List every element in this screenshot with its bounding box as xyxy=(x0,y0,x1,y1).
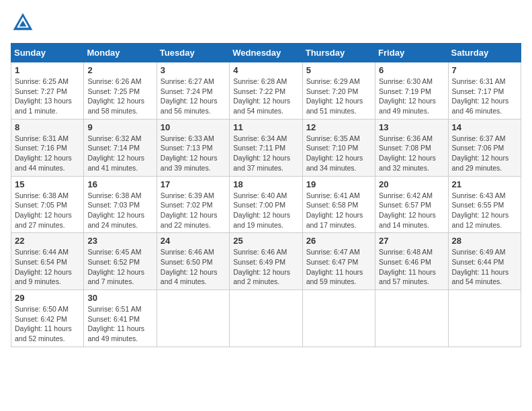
day-number: 21 xyxy=(452,179,517,189)
day-number: 17 xyxy=(161,179,226,189)
calendar-cell: 2 Sunrise: 6:26 AMSunset: 7:25 PMDayligh… xyxy=(84,62,157,120)
day-number: 3 xyxy=(161,65,226,75)
calendar-cell: 5 Sunrise: 6:29 AMSunset: 7:20 PMDayligh… xyxy=(302,62,375,120)
weekday-header-wednesday: Wednesday xyxy=(230,44,302,62)
calendar-cell: 18 Sunrise: 6:40 AMSunset: 7:00 PMDaylig… xyxy=(230,176,302,233)
weekday-header-tuesday: Tuesday xyxy=(157,44,229,62)
day-number: 15 xyxy=(15,179,80,189)
day-info: Sunrise: 6:50 AMSunset: 6:42 PMDaylight:… xyxy=(15,304,80,344)
calendar-cell xyxy=(230,290,302,347)
calendar-cell: 27 Sunrise: 6:48 AMSunset: 6:46 PMDaylig… xyxy=(375,233,448,290)
day-info: Sunrise: 6:28 AMSunset: 7:22 PMDaylight:… xyxy=(233,77,298,116)
day-info: Sunrise: 6:27 AMSunset: 7:24 PMDaylight:… xyxy=(161,77,226,116)
day-number: 2 xyxy=(87,65,152,75)
day-info: Sunrise: 6:46 AMSunset: 6:49 PMDaylight:… xyxy=(233,247,298,287)
day-info: Sunrise: 6:42 AMSunset: 6:57 PMDaylight:… xyxy=(379,191,444,230)
day-info: Sunrise: 6:47 AMSunset: 6:47 PMDaylight:… xyxy=(306,247,371,287)
calendar-cell: 11 Sunrise: 6:34 AMSunset: 7:11 PMDaylig… xyxy=(230,119,302,176)
day-info: Sunrise: 6:49 AMSunset: 6:44 PMDaylight:… xyxy=(452,247,517,287)
day-number: 20 xyxy=(379,179,444,189)
calendar-cell: 24 Sunrise: 6:46 AMSunset: 6:50 PMDaylig… xyxy=(157,233,229,290)
calendar-header-row: SundayMondayTuesdayWednesdayThursdayFrid… xyxy=(11,44,521,62)
calendar-cell: 25 Sunrise: 6:46 AMSunset: 6:49 PMDaylig… xyxy=(230,233,302,290)
calendar-cell: 14 Sunrise: 6:37 AMSunset: 7:06 PMDaylig… xyxy=(448,119,521,176)
day-number: 8 xyxy=(15,122,80,132)
calendar-cell: 8 Sunrise: 6:31 AMSunset: 7:16 PMDayligh… xyxy=(11,119,84,176)
calendar-cell xyxy=(157,290,229,347)
day-number: 11 xyxy=(233,122,298,132)
calendar-cell: 9 Sunrise: 6:32 AMSunset: 7:14 PMDayligh… xyxy=(84,119,157,176)
calendar-week-row: 22 Sunrise: 6:44 AMSunset: 6:54 PMDaylig… xyxy=(11,233,521,290)
calendar-week-row: 29 Sunrise: 6:50 AMSunset: 6:42 PMDaylig… xyxy=(11,290,521,347)
page-header xyxy=(11,11,521,35)
calendar-cell: 3 Sunrise: 6:27 AMSunset: 7:24 PMDayligh… xyxy=(157,62,229,120)
calendar-cell: 10 Sunrise: 6:33 AMSunset: 7:13 PMDaylig… xyxy=(157,119,229,176)
day-number: 12 xyxy=(306,122,371,132)
logo-icon xyxy=(11,11,35,35)
day-number: 4 xyxy=(233,65,298,75)
day-info: Sunrise: 6:51 AMSunset: 6:41 PMDaylight:… xyxy=(87,304,152,344)
day-number: 24 xyxy=(161,236,226,246)
day-info: Sunrise: 6:39 AMSunset: 7:02 PMDaylight:… xyxy=(161,191,226,230)
day-number: 5 xyxy=(306,65,371,75)
day-info: Sunrise: 6:38 AMSunset: 7:05 PMDaylight:… xyxy=(15,191,80,230)
day-number: 26 xyxy=(306,236,371,246)
day-number: 13 xyxy=(379,122,444,132)
calendar-cell: 23 Sunrise: 6:45 AMSunset: 6:52 PMDaylig… xyxy=(84,233,157,290)
day-info: Sunrise: 6:48 AMSunset: 6:46 PMDaylight:… xyxy=(379,247,444,287)
day-info: Sunrise: 6:26 AMSunset: 7:25 PMDaylight:… xyxy=(87,77,152,116)
day-info: Sunrise: 6:29 AMSunset: 7:20 PMDaylight:… xyxy=(306,77,371,116)
day-number: 16 xyxy=(87,179,152,189)
day-number: 25 xyxy=(233,236,298,246)
calendar-cell: 6 Sunrise: 6:30 AMSunset: 7:19 PMDayligh… xyxy=(375,62,448,120)
calendar-cell: 26 Sunrise: 6:47 AMSunset: 6:47 PMDaylig… xyxy=(302,233,375,290)
calendar-cell: 29 Sunrise: 6:50 AMSunset: 6:42 PMDaylig… xyxy=(11,290,84,347)
day-info: Sunrise: 6:40 AMSunset: 7:00 PMDaylight:… xyxy=(233,191,298,230)
day-number: 9 xyxy=(87,122,152,132)
calendar-week-row: 1 Sunrise: 6:25 AMSunset: 7:27 PMDayligh… xyxy=(11,62,521,120)
day-info: Sunrise: 6:38 AMSunset: 7:03 PMDaylight:… xyxy=(87,191,152,230)
day-info: Sunrise: 6:31 AMSunset: 7:16 PMDaylight:… xyxy=(15,134,80,173)
day-number: 19 xyxy=(306,179,371,189)
calendar-cell: 13 Sunrise: 6:36 AMSunset: 7:08 PMDaylig… xyxy=(375,119,448,176)
day-number: 1 xyxy=(15,65,80,75)
day-info: Sunrise: 6:36 AMSunset: 7:08 PMDaylight:… xyxy=(379,134,444,173)
calendar-cell: 30 Sunrise: 6:51 AMSunset: 6:41 PMDaylig… xyxy=(84,290,157,347)
calendar-cell: 15 Sunrise: 6:38 AMSunset: 7:05 PMDaylig… xyxy=(11,176,84,233)
calendar-cell xyxy=(448,290,521,347)
day-info: Sunrise: 6:34 AMSunset: 7:11 PMDaylight:… xyxy=(233,134,298,173)
day-info: Sunrise: 6:33 AMSunset: 7:13 PMDaylight:… xyxy=(161,134,226,173)
calendar-cell: 17 Sunrise: 6:39 AMSunset: 7:02 PMDaylig… xyxy=(157,176,229,233)
day-number: 14 xyxy=(452,122,517,132)
weekday-header-friday: Friday xyxy=(375,44,448,62)
day-info: Sunrise: 6:32 AMSunset: 7:14 PMDaylight:… xyxy=(87,134,152,173)
day-number: 6 xyxy=(379,65,444,75)
day-info: Sunrise: 6:44 AMSunset: 6:54 PMDaylight:… xyxy=(15,247,80,287)
day-number: 18 xyxy=(233,179,298,189)
calendar-cell xyxy=(375,290,448,347)
weekday-header-monday: Monday xyxy=(84,44,157,62)
day-info: Sunrise: 6:41 AMSunset: 6:58 PMDaylight:… xyxy=(306,191,371,230)
calendar-cell: 21 Sunrise: 6:43 AMSunset: 6:55 PMDaylig… xyxy=(448,176,521,233)
calendar-table: SundayMondayTuesdayWednesdayThursdayFrid… xyxy=(11,43,521,347)
day-number: 7 xyxy=(452,65,517,75)
day-info: Sunrise: 6:25 AMSunset: 7:27 PMDaylight:… xyxy=(15,77,80,116)
calendar-cell: 12 Sunrise: 6:35 AMSunset: 7:10 PMDaylig… xyxy=(302,119,375,176)
day-number: 22 xyxy=(15,236,80,246)
calendar-cell xyxy=(302,290,375,347)
day-number: 23 xyxy=(87,236,152,246)
day-number: 29 xyxy=(15,293,80,303)
day-number: 10 xyxy=(161,122,226,132)
day-number: 28 xyxy=(452,236,517,246)
calendar-cell: 22 Sunrise: 6:44 AMSunset: 6:54 PMDaylig… xyxy=(11,233,84,290)
calendar-cell: 28 Sunrise: 6:49 AMSunset: 6:44 PMDaylig… xyxy=(448,233,521,290)
weekday-header-sunday: Sunday xyxy=(11,44,84,62)
day-info: Sunrise: 6:37 AMSunset: 7:06 PMDaylight:… xyxy=(452,134,517,173)
day-info: Sunrise: 6:45 AMSunset: 6:52 PMDaylight:… xyxy=(87,247,152,287)
logo xyxy=(11,11,38,35)
calendar-cell: 7 Sunrise: 6:31 AMSunset: 7:17 PMDayligh… xyxy=(448,62,521,120)
day-number: 27 xyxy=(379,236,444,246)
weekday-header-thursday: Thursday xyxy=(302,44,375,62)
day-info: Sunrise: 6:35 AMSunset: 7:10 PMDaylight:… xyxy=(306,134,371,173)
day-info: Sunrise: 6:46 AMSunset: 6:50 PMDaylight:… xyxy=(161,247,226,287)
